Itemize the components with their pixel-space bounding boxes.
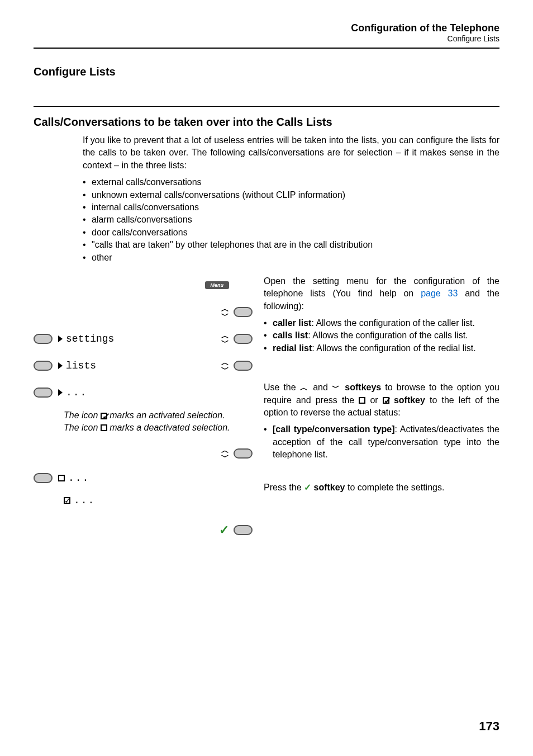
list-item: caller list: Allows the configuration of… (264, 317, 499, 329)
chevron-up-icon (300, 382, 310, 392)
option-ellipsis: ... (68, 472, 89, 484)
softkey-button[interactable] (234, 448, 253, 459)
bullet-item: alarm calls/conversations (83, 214, 499, 226)
bullet-item: other (83, 252, 499, 264)
bullet-item: external calls/conversations (83, 176, 499, 188)
chevron-down-icon (332, 382, 341, 392)
bullet-item: door calls/conversations (83, 226, 499, 239)
menu-badge: Menu (205, 281, 230, 289)
list-config-bullets: caller list: Allows the configuration of… (264, 317, 499, 355)
checkbox-empty-icon (58, 475, 65, 481)
list-item: [call type/conversation type]: Activates… (264, 423, 499, 461)
phone-illustration: Menu settings (34, 275, 253, 537)
softkey-button[interactable] (34, 334, 53, 344)
checkbox-checked-icon (383, 397, 389, 404)
browse-instructions: Use the and softkeys to browse to the op… (264, 381, 499, 419)
checkbox-checked-icon (64, 497, 70, 504)
checkbox-checked-icon (101, 413, 107, 419)
list-item: calls list: Allows the configuration of … (264, 329, 499, 342)
chevron-down-icon (221, 453, 229, 460)
updown-icon (221, 359, 229, 372)
header-title: Configuration of the Telephone (34, 22, 499, 34)
chevron-down-icon (221, 339, 229, 346)
chevron-down-icon (221, 312, 229, 319)
option-ellipsis: ... (74, 495, 95, 506)
press-softkey-text: Press the ✓ softkey to complete the sett… (264, 481, 499, 494)
open-settings-text: Open the setting menu for the configurat… (264, 275, 499, 313)
subsection-title: Calls/Conversations to be taken over int… (34, 116, 499, 129)
page-number: 173 (479, 719, 499, 734)
checkbox-empty-icon (359, 397, 365, 404)
triangle-right-icon (58, 336, 63, 342)
bullet-item: internal calls/conversations (83, 201, 499, 214)
menu-item-settings: settings (66, 333, 114, 344)
main-bullet-list: external calls/conversations unknown ext… (83, 176, 499, 264)
softkey-button[interactable] (234, 334, 253, 344)
softkey-button[interactable] (34, 388, 53, 398)
triangle-right-icon (58, 362, 63, 369)
checkmark-icon: ✓ (304, 483, 311, 492)
bullet-item: unknown external calls/conversations (wi… (83, 189, 499, 201)
bullet-item: "calls that are taken" by other telephon… (83, 239, 499, 251)
checkbox-empty-icon (101, 424, 107, 431)
icon-explanation: The icon marks an activated selection. T… (64, 409, 241, 433)
list-item: redial list: Allows the configuration of… (264, 342, 499, 355)
updown-icon (221, 305, 229, 319)
softkey-button[interactable] (234, 361, 253, 371)
mid-divider (34, 106, 499, 107)
softkey-button[interactable] (234, 307, 253, 317)
checkmark-icon: ✓ (219, 523, 229, 537)
updown-icon (221, 332, 229, 346)
top-divider (34, 48, 499, 49)
menu-item-ellipsis: ... (66, 387, 87, 398)
softkey-button[interactable] (234, 525, 253, 535)
section-title: Configure Lists (34, 65, 499, 78)
chevron-down-icon (221, 366, 229, 372)
call-type-bullets: [call type/conversation type]: Activates… (264, 423, 499, 461)
updown-icon (221, 447, 229, 460)
triangle-right-icon (58, 389, 63, 396)
page-link[interactable]: page 33 (421, 289, 458, 298)
softkey-button[interactable] (34, 361, 53, 371)
menu-item-lists: lists (66, 360, 96, 371)
intro-paragraph: If you like to prevent that a lot of use… (83, 134, 499, 172)
header-subtitle: Configure Lists (34, 34, 499, 43)
softkey-button[interactable] (34, 473, 53, 483)
